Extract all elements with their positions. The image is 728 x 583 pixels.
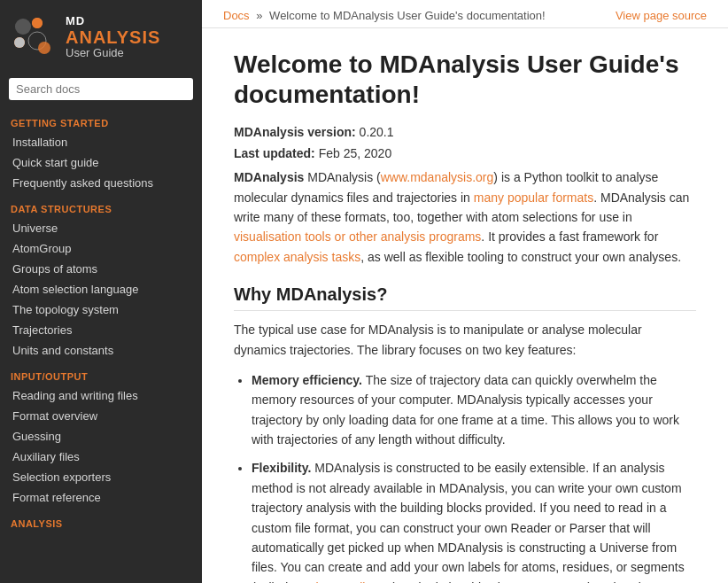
sidebar-item-installation[interactable]: Installation: [0, 132, 202, 152]
features-list: Memory efficiency. The size of trajector…: [252, 370, 696, 583]
sidebar-item-trajectories[interactable]: Trajectories: [0, 320, 202, 340]
svg-point-5: [32, 18, 43, 28]
sidebar: MD ANALYSIS User Guide GETTING STARTED I…: [0, 0, 202, 583]
updated-label: Last updated:: [234, 146, 315, 160]
sidebar-item-universe[interactable]: Universe: [0, 218, 202, 238]
breadcrumb-bar: Docs » Welcome to MDAnalysis User Guide'…: [202, 0, 728, 28]
section-label-analysis: ANALYSIS: [0, 508, 202, 532]
sidebar-item-selection-exporters[interactable]: Selection exporters: [0, 467, 202, 487]
feature-memory-title: Memory efficiency.: [252, 373, 362, 387]
section-label-data-structures: DATA STRUCTURES: [0, 193, 202, 218]
feature-flexibility-text: MDAnalysis is constructed to be easily e…: [252, 461, 685, 583]
breadcrumb-current: Welcome to MDAnalysis User Guide's docum…: [269, 9, 545, 22]
logo-analysis: ANALYSIS: [66, 27, 160, 47]
intro-text-after-link3: . It provides a fast framework for: [481, 229, 658, 244]
feature-flexibility-title: Flexibility.: [252, 461, 311, 475]
sidebar-item-faq[interactable]: Frequently asked questions: [0, 173, 202, 193]
intro-text-before-link1: MDAnalysis (: [307, 170, 380, 184]
svg-point-6: [14, 37, 25, 48]
sidebar-item-quickstart[interactable]: Quick start guide: [0, 152, 202, 173]
breadcrumb-separator: »: [256, 9, 262, 22]
page-content: Welcome to MDAnalysis User Guide's docum…: [202, 28, 728, 583]
sidebar-item-groups-atoms[interactable]: Groups of atoms: [0, 259, 202, 279]
logo-text: MD ANALYSIS User Guide: [66, 15, 160, 60]
sidebar-item-atomgroup[interactable]: AtomGroup: [0, 238, 202, 259]
search-input[interactable]: [9, 78, 193, 100]
section-data-structures: DATA STRUCTURES Universe AtomGroup Group…: [0, 193, 202, 361]
section-label-input-output: INPUT/OUTPUT: [0, 361, 202, 385]
version-line: MDAnalysis version: 0.20.1: [234, 125, 696, 139]
svg-point-4: [15, 19, 31, 35]
view-page-source-link[interactable]: View page source: [616, 9, 707, 22]
sidebar-item-format-reference[interactable]: Format reference: [0, 487, 202, 508]
why-section-title: Why MDAnalysis?: [234, 284, 696, 311]
sidebar-logo: MD ANALYSIS User Guide: [0, 0, 202, 71]
mdanalysis-org-link[interactable]: www.mdanalysis.org: [381, 170, 494, 184]
feature-flexibility: Flexibility. MDAnalysis is constructed t…: [252, 458, 696, 583]
page-title: Welcome to MDAnalysis User Guide's docum…: [234, 50, 696, 109]
why-section-intro: The typical use case for MDAnalysis is t…: [234, 320, 696, 360]
sidebar-item-reading-writing[interactable]: Reading and writing files: [0, 385, 202, 406]
sidebar-item-topology-system[interactable]: The topology system: [0, 299, 202, 320]
sidebar-item-guessing[interactable]: Guessing: [0, 426, 202, 447]
intro-text-after-link4: , as well as flexible tooling to constru…: [360, 250, 681, 264]
feature-memory-efficiency: Memory efficiency. The size of trajector…: [252, 370, 696, 450]
intro-paragraph: MDAnalysis MDAnalysis (www.mdanalysis.or…: [234, 167, 696, 267]
section-label-getting-started: GETTING STARTED: [0, 107, 202, 132]
section-getting-started: GETTING STARTED Installation Quick start…: [0, 107, 202, 193]
sidebar-item-auxiliary-files[interactable]: Auxiliary files: [0, 447, 202, 467]
many-formats-link[interactable]: many popular formats: [474, 190, 593, 205]
breadcrumb-docs-link[interactable]: Docs: [223, 9, 250, 22]
logo-guide: User Guide: [66, 47, 160, 59]
sidebar-item-units-constants[interactable]: Units and constants: [0, 340, 202, 361]
svg-point-7: [38, 42, 50, 54]
mdanalysis-bold: MDAnalysis: [234, 170, 304, 184]
sidebar-item-format-overview[interactable]: Format overview: [0, 406, 202, 426]
updated-value: Feb 25, 2020: [319, 146, 392, 160]
mdanalysis-logo-icon: [11, 14, 57, 60]
logo-md: MD: [66, 15, 160, 27]
updated-line: Last updated: Feb 25, 2020: [234, 146, 696, 160]
breadcrumb: Docs » Welcome to MDAnalysis User Guide'…: [223, 9, 546, 22]
section-analysis: ANALYSIS: [0, 508, 202, 532]
main-content: Docs » Welcome to MDAnalysis User Guide'…: [202, 0, 728, 583]
version-label: MDAnalysis version:: [234, 125, 356, 139]
search-box: [0, 71, 202, 107]
sidebar-item-atom-selection[interactable]: Atom selection language: [0, 279, 202, 299]
section-input-output: INPUT/OUTPUT Reading and writing files F…: [0, 361, 202, 508]
complex-analysis-link[interactable]: complex analysis tasks: [234, 250, 360, 264]
version-value: 0.20.1: [360, 125, 394, 139]
vis-tools-link[interactable]: visualisation tools or other analysis pr…: [234, 229, 481, 244]
